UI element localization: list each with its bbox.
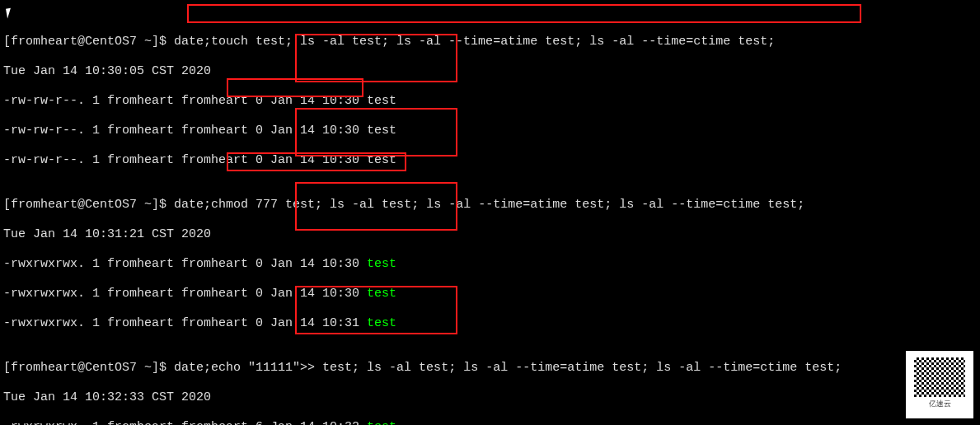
bracket-close: ]$ (152, 35, 174, 49)
prompt-line-3: [fromheart@CentOS7 ~]$ date;echo "11111"… (3, 361, 977, 376)
time: Jan 14 10:30 (270, 94, 367, 108)
time: Jan 14 10:30 (270, 124, 367, 138)
bracket: [ (3, 361, 11, 375)
ls-row: -rwxrwxrwx. 1 fromheart fromheart 0 Jan … (3, 287, 977, 301)
command-3a: date; (174, 361, 211, 375)
time: Jan 14 10:32 (270, 420, 367, 425)
perm: -rwxrwxrwx. 1 fromheart fromheart 0 (3, 287, 270, 301)
qr-label: 亿速云 (929, 397, 951, 412)
command-2b: chmod 777 test; (211, 198, 322, 212)
date-output-2: Tue Jan 14 10:31:21 CST 2020 (3, 227, 977, 242)
perm: -rw-rw-r--. 1 fromheart fromheart 0 (3, 153, 270, 167)
qr-code: 亿速云 (906, 351, 973, 418)
perm: -rwxrwxrwx. 1 fromheart fromheart 0 (3, 257, 270, 271)
prompt-line-2: [fromheart@CentOS7 ~]$ date;chmod 777 te… (3, 198, 977, 212)
perm: -rwxrwxrwx. 1 fromheart fromheart 6 (3, 420, 270, 425)
terminal[interactable]: [fromheart@CentOS7 ~]$ date;touch test; … (0, 0, 980, 425)
bracket: [ (3, 198, 11, 212)
filename: test (367, 316, 396, 330)
command-2a: date; (174, 198, 211, 212)
ls-row: -rwxrwxrwx. 1 fromheart fromheart 0 Jan … (3, 257, 977, 272)
user-host: fromheart@CentOS7 ~ (11, 35, 152, 49)
command-1: date;touch test; ls -al test; ls -al --t… (174, 35, 775, 49)
highlight-box (187, 4, 861, 23)
ls-row: -rw-rw-r--. 1 fromheart fromheart 0 Jan … (3, 94, 977, 109)
bracket-close: ]$ (152, 198, 174, 212)
qr-grid-icon (914, 357, 965, 397)
time: Jan 14 10:31 (270, 316, 367, 330)
ls-row: -rwxrwxrwx. 1 fromheart fromheart 0 Jan … (3, 316, 977, 331)
user-host: fromheart@CentOS7 ~ (11, 198, 152, 212)
time: Jan 14 10:30 (270, 153, 367, 167)
perm: -rw-rw-r--. 1 fromheart fromheart 0 (3, 124, 270, 138)
date-output-1: Tue Jan 14 10:30:05 CST 2020 (3, 64, 977, 79)
bracket-close: ]$ (152, 361, 174, 375)
filename: test (367, 287, 396, 301)
filename: test (367, 124, 396, 138)
prompt-line-1: [fromheart@CentOS7 ~]$ date;touch test; … (3, 35, 977, 49)
ls-row: -rw-rw-r--. 1 fromheart fromheart 0 Jan … (3, 124, 977, 138)
perm: -rw-rw-r--. 1 fromheart fromheart 0 (3, 94, 270, 108)
user-host: fromheart@CentOS7 ~ (11, 361, 152, 375)
ls-row: -rw-rw-r--. 1 fromheart fromheart 0 Jan … (3, 153, 977, 168)
bracket: [ (3, 35, 11, 49)
filename: test (367, 257, 396, 271)
date-output-3: Tue Jan 14 10:32:33 CST 2020 (3, 390, 977, 405)
command-3c: ls -al test; ls -al --time=atime test; l… (359, 361, 842, 375)
ls-row: -rwxrwxrwx. 1 fromheart fromheart 6 Jan … (3, 420, 977, 425)
filename: test (367, 94, 396, 108)
filename: test (367, 153, 396, 167)
command-3b: echo "11111">> test; (211, 361, 359, 375)
filename: test (367, 420, 396, 425)
time: Jan 14 10:30 (270, 287, 367, 301)
command-2c: ls -al test; ls -al --time=atime test; l… (322, 198, 804, 212)
time: Jan 14 10:30 (270, 257, 367, 271)
perm: -rwxrwxrwx. 1 fromheart fromheart 0 (3, 316, 270, 330)
